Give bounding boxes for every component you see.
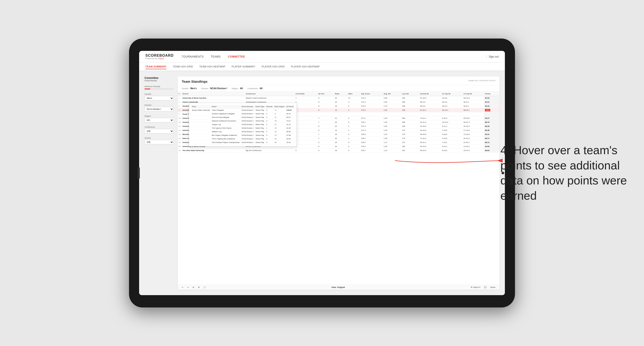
nav-divider: |	[486, 55, 487, 59]
tt-cell-event: Cabo Collegiate	[211, 108, 241, 112]
cell-points[interactable]: 88.14	[484, 141, 500, 145]
tooltip-header-row: Team Event Event Division Event Type Rou…	[191, 105, 294, 108]
cell-rank: 2	[178, 100, 182, 104]
cell-adj-score: 278.1	[360, 120, 383, 124]
cell-low-sg: 269	[401, 145, 419, 149]
filter-gender-value: Men's	[190, 87, 197, 90]
cell-overall-25: 42-10-0	[419, 128, 441, 133]
cell-points[interactable]: 88.70	[484, 120, 500, 124]
copy-button[interactable]: ⊕	[192, 286, 194, 288]
sidebar-conference-select[interactable]: (All)	[144, 129, 174, 133]
cell-points[interactable]: 83.89	[484, 145, 500, 149]
cell-avg-sg: 1.50	[383, 124, 401, 128]
cell-vs-top25: 29-4-0	[441, 100, 463, 104]
sidebar-division-select[interactable]: NCAA Division I	[144, 107, 174, 111]
cell-low-sg: 265	[401, 108, 419, 112]
tt-cell-points: 42.73	[286, 123, 294, 126]
redo-button[interactable]: ↪	[187, 286, 189, 288]
sidebar-region-select[interactable]: N/A	[144, 118, 174, 122]
cell-rnds: 30	[334, 96, 347, 100]
undo-button[interactable]: ↩	[182, 286, 184, 288]
tab-team-h2h-heatmap[interactable]: TEAM H2H HEATMAP	[199, 64, 225, 69]
col-points: Points	[484, 92, 500, 96]
cell-rnds: 24	[334, 124, 347, 128]
cell-wins: 0	[347, 120, 360, 124]
settings-button[interactable]: ⚙	[198, 286, 200, 288]
share-button[interactable]: Share	[490, 286, 496, 288]
cell-points[interactable]: 97.03	[484, 96, 500, 100]
cell-points[interactable]: 88.71	[484, 137, 500, 141]
cell-points[interactable]: 83.07	[484, 116, 500, 120]
tooltip-row: Ben Hogan Collegiate Invitational NCAA D…	[191, 134, 294, 137]
logo-subtitle: Powered by clippd	[146, 57, 174, 60]
cell-rank: 23	[178, 137, 182, 141]
comment-button[interactable]: 💬	[484, 286, 486, 288]
slider-fill	[144, 89, 150, 89]
tt-cell-event: 2023 Sahalee Players Championship	[211, 141, 241, 144]
points-tooltip: Team Event Event Division Event Type Rou…	[189, 103, 297, 146]
tooltip-row: The Cypress Point Classic NCAA Division …	[191, 126, 294, 130]
tab-player-summary[interactable]: PLAYER SUMMARY	[232, 64, 255, 69]
cell-rnds: 13	[334, 128, 347, 133]
tab-player-h2h-grid[interactable]: PLAYER H2H GRID	[262, 64, 285, 69]
table-container[interactable]: # School Conference Conf Rank No Tou Rnd…	[178, 92, 500, 285]
cell-avg-sg: 1.45	[383, 120, 401, 124]
col-vs-top25: Vs Top 25	[441, 92, 463, 96]
cell-points[interactable]: 83.41	[484, 133, 500, 137]
tab-player-h2h-heatmap[interactable]: PLAYER H2H HEATMAP	[291, 64, 320, 69]
watch-button[interactable]: 👁 Watch ▾	[470, 286, 480, 288]
tt-cell-team: Arizona State University	[191, 108, 211, 112]
tt-cell-type: Stroke Play	[255, 137, 266, 141]
cell-rank: 24	[178, 141, 182, 145]
col-vs-top50: Vs Top 50	[463, 92, 484, 96]
cell-adj-score: 272.3	[360, 100, 383, 104]
cell-points[interactable]: 78.5	[484, 108, 500, 112]
tooltip-row: 2023 Sahalee Players Championship NCAA D…	[191, 141, 294, 144]
cell-points[interactable]: 90.32	[484, 104, 500, 108]
tt-cell-points: 56.66	[286, 130, 294, 134]
clock-button[interactable]: 🕐	[203, 286, 206, 288]
tt-cell-division: NCAA Division I	[241, 137, 255, 141]
cell-overall-25: 87-25-1	[419, 108, 441, 112]
tt-cell-event: Southern Highlands Collegiate	[211, 112, 241, 116]
tooltip-row: Arizona State University Cabo Collegiate…	[191, 108, 294, 112]
sign-out-link[interactable]: Sign out	[489, 55, 498, 58]
tt-cell-event: Amer An Intercollegiate	[211, 116, 241, 119]
tab-team-h2h-grid[interactable]: TEAM H2H GRID	[173, 64, 193, 69]
tt-cell-event: OFCC Fighting Illini Invitational	[211, 137, 241, 141]
cell-vs-top50: 32-19-2	[463, 124, 484, 128]
tt-cell-rounds: 3	[266, 112, 274, 116]
slider-track[interactable]	[144, 89, 174, 89]
tt-cell-type: Stroke Play	[255, 134, 266, 137]
tt-cell-rank-impact: +0	[274, 137, 286, 141]
cell-points[interactable]: 88.48	[484, 128, 500, 133]
cell-conf-rank: 5	[294, 141, 318, 145]
cell-points[interactable]: 88.49	[484, 124, 500, 128]
cell-points[interactable]	[484, 112, 500, 116]
nav-committee[interactable]: COMMITTEE	[228, 54, 245, 59]
nav-teams[interactable]: TEAMS	[211, 54, 221, 59]
logo: SCOREBOARD Powered by clippd	[146, 54, 174, 60]
cell-adj-score: 278.2	[360, 141, 383, 145]
tab-team-summary[interactable]: TEAM SUMMARY	[146, 64, 166, 69]
tt-col-type: Event Type	[255, 105, 266, 108]
tt-col-points: W Points	[286, 105, 294, 108]
cell-overall-25: 87-22-3	[419, 145, 441, 149]
cell-points[interactable]: 93.31	[484, 100, 500, 104]
sidebar-school-select[interactable]: (All)	[144, 140, 174, 144]
tt-cell-type: Stroke Play	[255, 112, 266, 116]
filter-division-value: NCAA Division I	[210, 87, 227, 90]
cell-vs-top25: 4-13-0	[441, 137, 463, 141]
annotation-text: 4. Hover over a team's points to see add…	[500, 143, 630, 203]
nav-tournaments[interactable]: TOURNAMENTS	[182, 54, 204, 59]
cell-low-sg: 270	[401, 133, 419, 137]
cell-vs-top25: 29-5-0	[441, 104, 463, 108]
tt-cell-points: 74.01	[286, 119, 294, 123]
cell-vs-top50: 29-27-2	[463, 120, 484, 124]
cell-vs-top25: 5-11-1	[441, 124, 463, 128]
table-row[interactable]: 1 University of North Carolina Atlantic …	[178, 96, 500, 100]
cell-avg-sg: 1.38	[383, 137, 401, 141]
cell-rank: 3	[178, 104, 182, 108]
sidebar-gender-select[interactable]: Men's	[144, 96, 174, 100]
cell-conference: Atlantic Coast Conference	[245, 96, 294, 100]
